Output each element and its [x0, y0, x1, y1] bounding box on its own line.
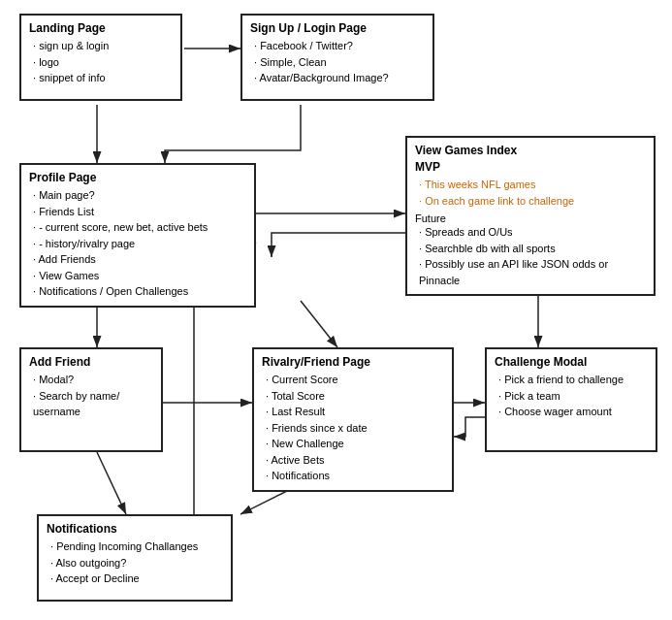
challenge-box: Challenge Modal Pick a friend to challen…	[485, 347, 657, 452]
add-friend-box: Add Friend Modal? Search by name/ userna…	[19, 347, 163, 452]
rivalry-item-2: Last Result	[266, 404, 444, 420]
add-friend-item-1: Search by name/ username	[33, 388, 153, 420]
diagram: Landing Page sign up & login logo snippe…	[0, 0, 672, 620]
profile-item-2: - current score, new bet, active bets	[33, 219, 246, 236]
rivalry-list: Current Score Total Score Last Result Fr…	[262, 372, 444, 484]
rivalry-item-4: New Challenge	[266, 436, 444, 452]
games-future-list: Spreads and O/Us Searchble db with all s…	[415, 224, 646, 288]
games-future-item-2: Possibly use an API like JSON odds or Pi…	[419, 256, 646, 288]
profile-item-5: View Games	[33, 268, 246, 284]
games-orange-list: This weeks NFL games On each game link t…	[415, 177, 646, 209]
signup-list: Facebook / Twitter? Simple, Clean Avatar…	[250, 38, 425, 86]
notifications-item-0: Pending Incoming Challanges	[50, 538, 223, 555]
profile-title: Profile Page	[29, 171, 246, 184]
landing-item-2: logo	[33, 54, 173, 71]
rivalry-item-1: Total Score	[266, 388, 444, 405]
games-title-line2: MVP	[415, 160, 646, 174]
games-title-line1: View Games Index	[415, 144, 646, 157]
landing-page-box: Landing Page sign up & login logo snippe…	[19, 14, 182, 101]
games-future-item-0: Spreads and O/Us	[419, 224, 646, 241]
profile-item-1: Friends List	[33, 204, 246, 220]
games-box: View Games Index MVP This weeks NFL game…	[405, 136, 656, 296]
landing-title: Landing Page	[29, 21, 173, 35]
games-orange-item-1: On each game link to challenge	[419, 193, 646, 210]
svg-line-4	[301, 301, 337, 347]
notifications-item-2: Accept or Decline	[50, 571, 223, 587]
add-friend-item-0: Modal?	[33, 372, 153, 388]
profile-item-6: Notifications / Open Challenges	[33, 283, 246, 300]
profile-item-0: Main page?	[33, 187, 246, 204]
signup-item-1: Facebook / Twitter?	[254, 38, 425, 54]
challenge-title: Challenge Modal	[495, 355, 648, 369]
challenge-item-1: Pick a team	[498, 388, 648, 405]
challenge-item-2: Choose wager amount	[498, 404, 648, 420]
svg-line-9	[97, 452, 126, 514]
profile-box: Profile Page Main page? Friends List - c…	[19, 163, 256, 308]
games-future-item-1: Searchble db with all sports	[419, 241, 646, 257]
rivalry-item-6: Notifications	[266, 468, 444, 484]
landing-item-3: snippet of info	[33, 70, 173, 86]
rivalry-item-0: Current Score	[266, 372, 444, 388]
notifications-title: Notifications	[47, 522, 223, 536]
signup-item-3: Avatar/Background Image?	[254, 70, 425, 86]
landing-item-1: sign up & login	[33, 38, 173, 54]
games-future-label: Future	[415, 212, 646, 224]
add-friend-list: Modal? Search by name/ username	[29, 372, 153, 420]
games-orange-item-0: This weeks NFL games	[419, 177, 646, 193]
signup-box: Sign Up / Login Page Facebook / Twitter?…	[240, 14, 434, 101]
challenge-list: Pick a friend to challenge Pick a team C…	[495, 372, 648, 420]
landing-list: sign up & login logo snippet of info	[29, 38, 173, 86]
profile-list: Main page? Friends List - current score,…	[29, 187, 246, 300]
rivalry-box: Rivalry/Friend Page Current Score Total …	[252, 347, 454, 492]
notifications-item-1: Also outgoing?	[50, 555, 223, 571]
rivalry-item-5: Active Bets	[266, 452, 444, 469]
signup-item-2: Simple, Clean	[254, 54, 425, 71]
signup-title: Sign Up / Login Page	[250, 21, 425, 35]
profile-item-4: Add Friends	[33, 251, 246, 268]
notifications-list: Pending Incoming Challanges Also outgoin…	[47, 538, 223, 587]
profile-item-3: - history/rivalry page	[33, 236, 246, 252]
notifications-box: Notifications Pending Incoming Challange…	[37, 514, 233, 602]
rivalry-item-3: Friends since x date	[266, 420, 444, 437]
add-friend-title: Add Friend	[29, 355, 153, 369]
challenge-item-0: Pick a friend to challenge	[498, 372, 648, 388]
rivalry-title: Rivalry/Friend Page	[262, 355, 444, 369]
